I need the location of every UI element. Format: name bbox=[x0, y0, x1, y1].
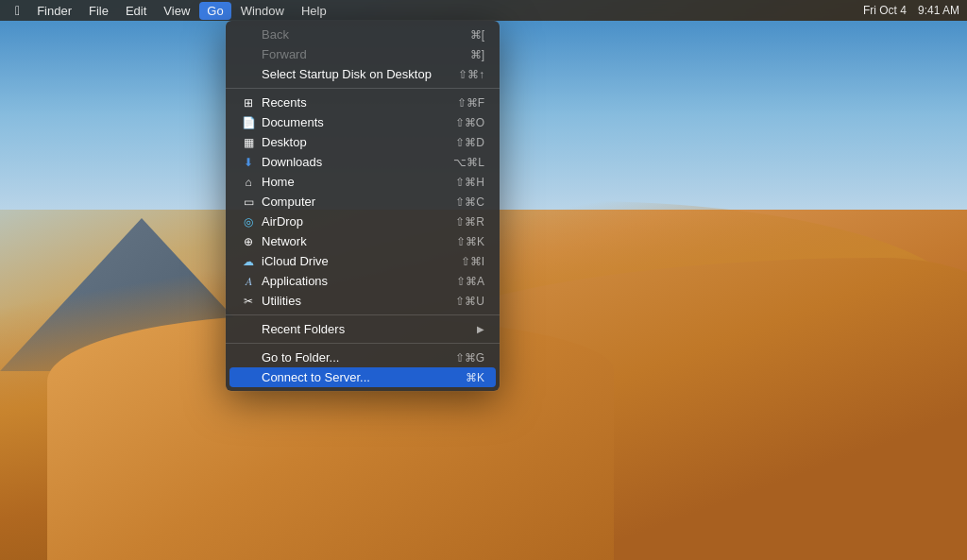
menu-separator-3 bbox=[226, 88, 500, 89]
menu-item-airdrop[interactable]: ◎AirDrop⇧⌘R bbox=[226, 212, 500, 231]
go-menu-dropdown: Back⌘[Forward⌘]Select Startup Disk on De… bbox=[226, 21, 500, 391]
startup-label: Select Startup Disk on Desktop bbox=[262, 67, 458, 81]
menu-item-utilities[interactable]: ✂Utilities⇧⌘U bbox=[226, 291, 500, 311]
desktop-shortcut: ⇧⌘D bbox=[455, 136, 484, 149]
computer-label: Computer bbox=[262, 195, 455, 209]
downloads-label: Downloads bbox=[262, 155, 453, 169]
home-icon: ⌂ bbox=[241, 176, 256, 189]
menubar-file[interactable]: File bbox=[81, 2, 116, 20]
utilities-label: Utilities bbox=[262, 294, 455, 308]
downloads-shortcut: ⌥⌘L bbox=[453, 156, 484, 169]
applications-icon: 𝐴 bbox=[241, 275, 256, 288]
forward-label: Forward bbox=[262, 47, 470, 61]
menu-separator-17 bbox=[226, 343, 500, 344]
menubar-left:  Finder File Edit View Go Window Help bbox=[8, 1, 334, 20]
connect-server-shortcut: ⌘K bbox=[466, 371, 484, 384]
network-shortcut: ⇧⌘K bbox=[456, 235, 484, 248]
connect-server-label: Connect to Server... bbox=[262, 370, 466, 384]
menubar-finder[interactable]: Finder bbox=[29, 2, 79, 20]
documents-shortcut: ⇧⌘O bbox=[455, 116, 484, 129]
menu-item-forward: Forward⌘] bbox=[226, 44, 500, 64]
menubar-right: Fri Oct 4 9:41 AM bbox=[863, 4, 959, 17]
computer-icon: ▭ bbox=[241, 195, 256, 209]
forward-shortcut: ⌘] bbox=[470, 48, 484, 61]
recents-icon: ⊞ bbox=[241, 96, 256, 110]
recents-shortcut: ⇧⌘F bbox=[457, 96, 484, 110]
icloud-shortcut: ⇧⌘I bbox=[461, 255, 484, 268]
menu-separator-15 bbox=[226, 314, 500, 315]
icloud-icon: ☁ bbox=[241, 255, 256, 268]
documents-icon: 📄 bbox=[241, 116, 256, 129]
desktop-icon: ▦ bbox=[241, 136, 256, 149]
airdrop-label: AirDrop bbox=[262, 214, 455, 229]
icloud-label: iCloud Drive bbox=[262, 254, 461, 268]
menubar-window[interactable]: Window bbox=[233, 2, 292, 20]
menu-item-icloud[interactable]: ☁iCloud Drive⇧⌘I bbox=[226, 251, 500, 271]
menu-item-desktop[interactable]: ▦Desktop⇧⌘D bbox=[226, 132, 500, 152]
menubar-edit[interactable]: Edit bbox=[118, 2, 154, 20]
menu-item-startup[interactable]: Select Startup Disk on Desktop⇧⌘↑ bbox=[226, 64, 500, 84]
desktop-label: Desktop bbox=[262, 135, 455, 149]
menu-item-recent-folders[interactable]: Recent Folders▶ bbox=[226, 319, 500, 339]
applications-shortcut: ⇧⌘A bbox=[456, 275, 484, 288]
menu-item-recents[interactable]: ⊞Recents⇧⌘F bbox=[226, 93, 500, 112]
menu-item-back: Back⌘[ bbox=[226, 25, 500, 44]
menu-item-computer[interactable]: ▭Computer⇧⌘C bbox=[226, 192, 500, 212]
goto-folder-shortcut: ⇧⌘G bbox=[455, 351, 484, 365]
menu-item-network[interactable]: ⊕Network⇧⌘K bbox=[226, 231, 500, 251]
menu-item-applications[interactable]: 𝐴Applications⇧⌘A bbox=[226, 271, 500, 291]
menubar-date: Fri Oct 4 bbox=[863, 4, 907, 17]
menubar-go[interactable]: Go bbox=[199, 2, 230, 20]
menu-item-home[interactable]: ⌂Home⇧⌘H bbox=[226, 172, 500, 192]
menu-item-goto-folder[interactable]: Go to Folder...⇧⌘G bbox=[226, 348, 500, 367]
recent-folders-arrow: ▶ bbox=[477, 324, 484, 334]
home-label: Home bbox=[262, 175, 455, 189]
menubar-help[interactable]: Help bbox=[294, 2, 334, 20]
utilities-icon: ✂ bbox=[241, 295, 256, 308]
airdrop-shortcut: ⇧⌘R bbox=[455, 215, 484, 229]
goto-folder-label: Go to Folder... bbox=[262, 350, 455, 365]
recents-label: Recents bbox=[262, 95, 457, 110]
applications-label: Applications bbox=[262, 274, 456, 288]
downloads-icon: ⬇ bbox=[241, 156, 256, 169]
menubar-time: 9:41 AM bbox=[918, 4, 959, 17]
network-label: Network bbox=[262, 234, 456, 248]
computer-shortcut: ⇧⌘C bbox=[455, 195, 484, 209]
airdrop-icon: ◎ bbox=[241, 215, 256, 229]
network-icon: ⊕ bbox=[241, 235, 256, 248]
utilities-shortcut: ⇧⌘U bbox=[455, 295, 484, 308]
menu-item-downloads[interactable]: ⬇Downloads⌥⌘L bbox=[226, 152, 500, 172]
documents-label: Documents bbox=[262, 115, 455, 129]
home-shortcut: ⇧⌘H bbox=[455, 176, 484, 189]
apple-menu[interactable]:  bbox=[8, 1, 27, 20]
recent-folders-label: Recent Folders bbox=[262, 322, 477, 336]
menu-item-documents[interactable]: 📄Documents⇧⌘O bbox=[226, 112, 500, 132]
menu-item-connect-server[interactable]: Connect to Server...⌘K bbox=[229, 367, 496, 387]
menubar:  Finder File Edit View Go Window Help F… bbox=[0, 0, 967, 21]
startup-shortcut: ⇧⌘↑ bbox=[458, 68, 484, 81]
back-shortcut: ⌘[ bbox=[470, 28, 484, 42]
back-label: Back bbox=[262, 27, 470, 42]
menubar-view[interactable]: View bbox=[156, 2, 197, 20]
